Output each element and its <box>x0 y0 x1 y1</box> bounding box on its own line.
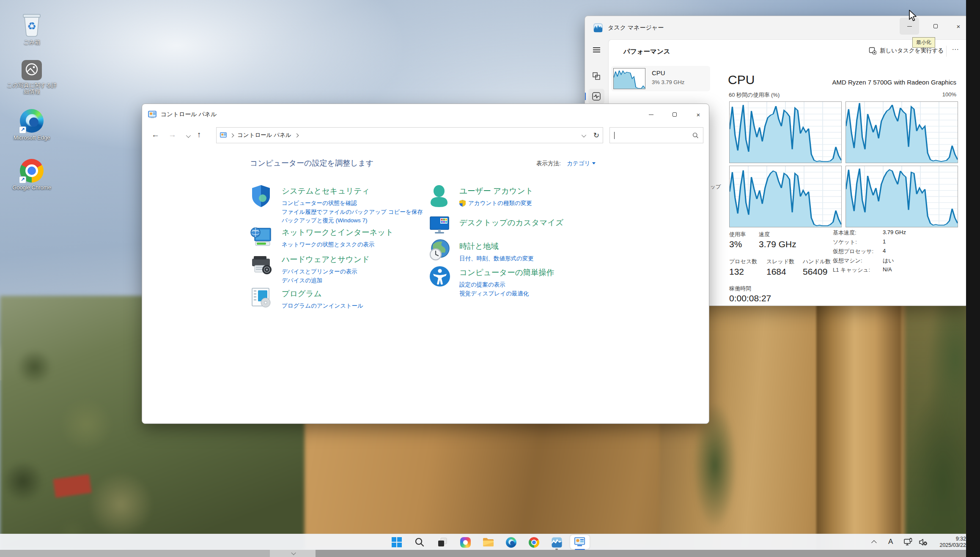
search-button[interactable] <box>411 536 428 548</box>
bottom-edge-strip <box>0 550 969 557</box>
chart-max-label: 100% <box>728 91 956 98</box>
task-manager-taskbar-button[interactable] <box>548 536 565 548</box>
run-new-task-button[interactable]: 新しいタスクを実行する <box>869 47 944 55</box>
control-panel-taskbar-active[interactable] <box>570 535 590 549</box>
tray-clock[interactable]: 9:32 2025/03/22 <box>932 536 966 549</box>
sockets-value: 1 <box>883 238 886 245</box>
threads-label: スレッド数 <box>766 258 794 265</box>
cpu-chart-core0[interactable] <box>729 101 842 163</box>
refresh-icon[interactable]: ↻ <box>593 131 599 140</box>
shortcut-arrow-icon: ↗ <box>19 126 26 134</box>
up-button[interactable]: ↑ <box>197 130 201 139</box>
control-panel-app-icon <box>148 110 156 119</box>
desktop-icon-photo-info[interactable]: この写真に関する詳細情報 <box>6 60 57 95</box>
photo-info-icon <box>22 60 42 80</box>
windows-start-icon <box>391 537 402 548</box>
desktop-icon-edge[interactable]: ↗ Microsoft Edge <box>6 109 57 141</box>
cpu-chart-core1[interactable] <box>845 101 958 163</box>
chrome-icon: ↗ <box>20 159 44 183</box>
sidebar-item-cpu[interactable]: CPU 3% 3.79 GHz <box>611 66 710 91</box>
search-icon <box>415 537 425 547</box>
ime-mode-indicator[interactable]: A <box>888 538 893 546</box>
category-task-link[interactable]: 日付、時刻、数値形式の変更 <box>459 254 641 263</box>
speed-label: 速度 <box>759 231 770 238</box>
category-title-link[interactable]: デスクトップのカスタマイズ <box>459 217 641 228</box>
address-dropdown-icon[interactable] <box>582 131 585 139</box>
maximize-button[interactable] <box>926 18 945 35</box>
category-title-link[interactable]: プログラム <box>282 288 464 299</box>
close-button[interactable]: × <box>949 18 968 35</box>
desktop-icon-chrome[interactable]: ↗ Google Chrome <box>6 159 57 191</box>
category-title-link[interactable]: コンピューターの簡単操作 <box>459 267 641 278</box>
nav-processes-button[interactable] <box>588 68 604 84</box>
breadcrumb-separator-icon <box>230 133 234 137</box>
task-view-button[interactable] <box>434 536 451 548</box>
desktop-icon-recycle-bin[interactable]: ♻ ごみ箱 <box>6 11 57 45</box>
bottom-strip-handle[interactable] <box>270 550 316 557</box>
threads-value: 1684 <box>766 267 786 277</box>
cpu-mini-chart <box>613 68 645 89</box>
breadcrumb[interactable]: コントロール パネル <box>237 131 291 139</box>
category-title-link[interactable]: ユーザー アカウント <box>459 186 641 196</box>
processes-value: 132 <box>729 267 744 277</box>
category-task-link[interactable]: アカウントの種類の変更 <box>468 199 532 208</box>
edge-button[interactable] <box>502 536 519 548</box>
nav-performance-button[interactable] <box>588 89 604 104</box>
nav-menu-button[interactable] <box>588 42 604 57</box>
desktop-screen: ♻ ごみ箱 この写真に関する詳細情報 ↗ Microsoft Edge <box>0 0 980 557</box>
copilot-button[interactable] <box>457 536 474 548</box>
tray-date: 2025/03/22 <box>932 542 966 549</box>
new-task-icon <box>869 47 876 55</box>
toolbar-divider <box>946 46 947 57</box>
volume-muted-tray-button[interactable] <box>919 538 928 548</box>
hamburger-icon <box>593 46 600 54</box>
category-task-link[interactable]: 視覚ディスプレイの最適化 <box>459 289 641 298</box>
recent-pages-dropdown[interactable] <box>186 134 189 138</box>
view-by-dropdown-icon[interactable] <box>592 162 596 164</box>
back-button[interactable]: ← <box>151 130 159 139</box>
network-tray-button[interactable] <box>903 538 913 549</box>
address-bar[interactable]: コントロール パネル ↻ <box>216 127 603 143</box>
speed-value: 3.79 GHz <box>759 239 796 249</box>
category-title-link[interactable]: 時計と地域 <box>459 241 641 251</box>
base-speed-value: 3.79 GHz <box>883 229 906 235</box>
close-button[interactable]: × <box>689 106 708 123</box>
chevron-up-icon <box>871 540 877 546</box>
control-panel-titlebar[interactable]: コントロール パネル × <box>142 104 709 125</box>
desktop-icon-label: Microsoft Edge <box>6 134 57 141</box>
control-panel-window: コントロール パネル × ← → ↑ コントロール パネル ↻ <box>142 104 709 424</box>
category-task-link[interactable]: 設定の提案の表示 <box>459 281 641 289</box>
window-title: タスク マネージャー <box>608 24 664 32</box>
maximize-button[interactable] <box>665 106 684 123</box>
cpu-chart-core3[interactable] <box>845 166 958 227</box>
more-options-button[interactable]: ... <box>952 44 959 52</box>
taskbar: A 9:32 2025/03/22 <box>0 534 969 550</box>
tray-show-hidden-icons[interactable] <box>873 540 877 544</box>
base-speed-label: 基本速度: <box>833 229 856 237</box>
search-box[interactable] <box>609 127 703 143</box>
desktop-icon-label: Google Chrome <box>6 184 57 191</box>
tray-time: 9:32 <box>932 536 966 542</box>
recycle-bin-icon: ♻ <box>19 11 44 37</box>
forward-button[interactable]: → <box>168 130 176 139</box>
breadcrumb-separator-icon <box>294 133 299 137</box>
category-task-link[interactable]: プログラムのアンインストール <box>282 302 464 311</box>
virtual-machine-value: はい <box>883 257 894 265</box>
cpu-chart-core2[interactable] <box>729 166 842 227</box>
programs-icon <box>250 287 272 310</box>
chrome-button[interactable] <box>525 536 542 548</box>
view-by-value[interactable]: カテゴリ <box>567 160 590 167</box>
clipped-sidebar-text: ップ <box>710 183 721 191</box>
view-by-control: 表示方法: カテゴリ <box>536 159 596 167</box>
virtual-machine-label: 仮想マシン: <box>833 257 862 265</box>
edge-icon <box>506 537 516 548</box>
minimize-button[interactable] <box>641 106 661 123</box>
chevron-down-icon <box>291 550 296 555</box>
run-new-task-label: 新しいタスクを実行する <box>880 47 944 55</box>
virtual-processors-label: 仮想プロセッサ: <box>833 248 873 255</box>
file-explorer-button[interactable] <box>480 536 497 548</box>
network-monitor-icon <box>903 538 913 547</box>
sockets-label: ソケット: <box>833 238 857 246</box>
start-button[interactable] <box>388 536 405 548</box>
category-clock-region: 時計と地域 日付、時刻、数値形式の変更 <box>459 241 641 263</box>
